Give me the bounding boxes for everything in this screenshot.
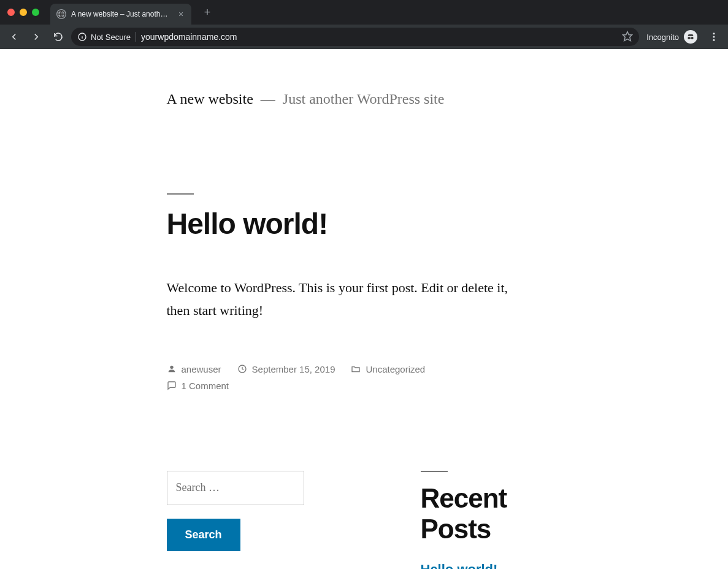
addrbar-divider xyxy=(136,32,136,42)
zoom-window-button[interactable] xyxy=(32,9,39,16)
globe-icon xyxy=(56,9,66,19)
close-window-button[interactable] xyxy=(7,9,15,16)
site-header: A new website — Just another WordPress s… xyxy=(167,49,562,107)
incognito-indicator: Incognito xyxy=(643,30,701,44)
security-status[interactable]: Not Secure xyxy=(77,32,131,42)
recent-rule xyxy=(421,471,448,472)
svg-point-8 xyxy=(713,33,715,34)
tab-title: A new website – Just another W xyxy=(71,10,172,18)
post-category-link[interactable]: Uncategorized xyxy=(366,364,425,374)
post-title-link[interactable]: Hello world! xyxy=(167,207,328,240)
back-button[interactable] xyxy=(5,28,23,46)
forward-button[interactable] xyxy=(27,28,45,46)
svg-rect-7 xyxy=(690,37,691,38)
comment-icon xyxy=(167,381,177,390)
page-viewport[interactable]: A new website — Just another WordPress s… xyxy=(0,49,728,569)
search-widget: Search xyxy=(167,471,304,551)
post-comments-link[interactable]: 1 Comment xyxy=(182,381,229,391)
browser-toolbar: Not Secure yourwpdomainname.com Incognit… xyxy=(0,25,728,49)
security-label: Not Secure xyxy=(91,33,131,42)
minimize-window-button[interactable] xyxy=(20,9,27,16)
svg-point-6 xyxy=(691,37,694,39)
incognito-icon xyxy=(684,30,697,44)
browser-tab[interactable]: A new website – Just another W × xyxy=(50,4,191,25)
post-meta: anewuser September 15, 2019 Uncategorize… xyxy=(167,364,562,391)
info-icon xyxy=(77,32,87,42)
svg-point-9 xyxy=(713,36,715,38)
site-title-link[interactable]: A new website xyxy=(167,91,253,107)
bookmark-button[interactable] xyxy=(622,31,633,44)
svg-marker-4 xyxy=(623,31,632,41)
reload-button[interactable] xyxy=(49,28,67,46)
incognito-label: Incognito xyxy=(646,33,679,42)
folder-icon xyxy=(351,364,361,374)
close-tab-button[interactable]: × xyxy=(177,10,185,18)
search-button[interactable]: Search xyxy=(167,519,240,551)
post-date-link[interactable]: September 15, 2019 xyxy=(252,364,335,374)
window-controls xyxy=(7,9,39,16)
svg-point-10 xyxy=(713,39,715,41)
clock-icon xyxy=(237,364,247,374)
address-bar[interactable]: Not Secure yourwpdomainname.com xyxy=(71,28,639,46)
post-body: Welcome to WordPress. This is your first… xyxy=(167,276,510,322)
browser-titlebar: A new website – Just another W × + xyxy=(0,0,728,25)
browser-menu-button[interactable] xyxy=(705,31,723,42)
recent-post-link[interactable]: Hello world! xyxy=(421,562,562,569)
recent-posts-widget: Recent Posts Hello world! xyxy=(421,471,562,569)
post-author-link[interactable]: anewuser xyxy=(182,364,221,374)
site-tagline: Just another WordPress site xyxy=(283,91,445,107)
url-text: yourwpdomainname.com xyxy=(141,32,237,42)
recent-posts-heading: Recent Posts xyxy=(421,483,562,544)
new-tab-button[interactable]: + xyxy=(199,4,216,21)
search-input[interactable] xyxy=(167,471,304,505)
svg-point-11 xyxy=(170,366,173,369)
title-separator: — xyxy=(257,91,283,107)
post-rule xyxy=(167,193,194,195)
person-icon xyxy=(167,364,177,374)
svg-point-5 xyxy=(688,37,690,39)
